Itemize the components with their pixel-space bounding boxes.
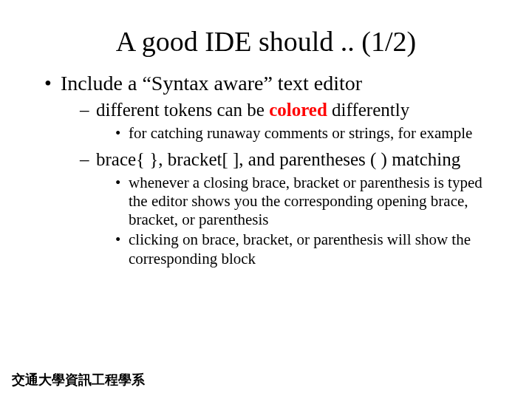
- bullet-l2a-post: differently: [327, 100, 409, 120]
- bullet-l3b-text: whenever a closing brace, bracket or par…: [129, 174, 482, 228]
- slide-title: A good IDE should .. (1/2): [30, 25, 502, 58]
- bullet-list-level-1: Include a “Syntax aware” text editor dif…: [30, 71, 502, 268]
- bullet-list-level-3: for catching runaway comments or strings…: [96, 124, 502, 143]
- bullet-l3-item: for catching runaway comments or strings…: [115, 124, 502, 143]
- bullet-l3a-text: for catching runaway comments or strings…: [129, 124, 472, 142]
- bullet-l2-item: different tokens can be colored differen…: [80, 99, 502, 143]
- bullet-l1-item: Include a “Syntax aware” text editor dif…: [44, 71, 502, 268]
- bullet-l1-text: Include a “Syntax aware” text editor: [61, 72, 362, 95]
- bullet-l3-item: whenever a closing brace, bracket or par…: [115, 174, 502, 230]
- bullet-l2a-pre: different tokens can be: [96, 100, 269, 120]
- bullet-l2a-colored: colored: [269, 100, 327, 120]
- slide: A good IDE should .. (1/2) Include a “Sy…: [0, 0, 532, 399]
- bullet-list-level-2: different tokens can be colored differen…: [61, 99, 502, 268]
- bullet-l2b-text: brace{ }, bracket[ ], and parentheses ( …: [96, 149, 460, 169]
- bullet-l3-item: clicking on brace, bracket, or parenthes…: [115, 231, 502, 267]
- footer-text: 交通大學資訊工程學系: [12, 371, 145, 389]
- bullet-l3c-text: clicking on brace, bracket, or parenthes…: [129, 231, 471, 267]
- bullet-list-level-3: whenever a closing brace, bracket or par…: [96, 174, 502, 268]
- bullet-l2-item: brace{ }, bracket[ ], and parentheses ( …: [80, 149, 502, 268]
